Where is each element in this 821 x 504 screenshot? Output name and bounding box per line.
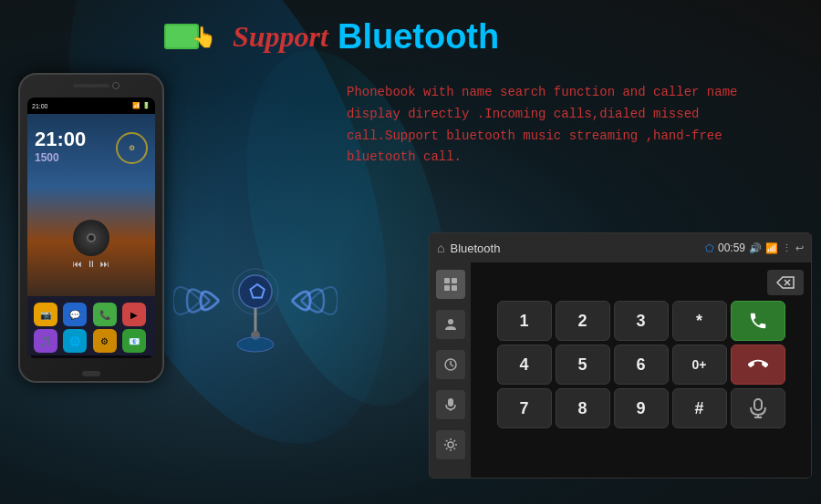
- svg-rect-9: [444, 278, 450, 283]
- keypad-top-row: [478, 270, 804, 295]
- key-1[interactable]: 1: [497, 301, 552, 341]
- unit-bluetooth-title: Bluetooth: [450, 242, 700, 255]
- phone-speaker: [73, 84, 109, 87]
- signal-icon: 📶: [765, 242, 778, 254]
- unit-time: 00:59: [718, 242, 745, 254]
- speaker-icon: 🔊: [749, 242, 762, 254]
- svg-rect-12: [452, 285, 457, 291]
- sidebar-apps-icon[interactable]: [436, 270, 465, 299]
- sidebar-settings-icon[interactable]: [436, 430, 465, 459]
- app-icon-8[interactable]: 📧: [122, 329, 146, 353]
- unit-top-bar: ⌂ Bluetooth ⬠ 00:59 🔊 📶 ⋮ ↩: [430, 233, 811, 262]
- bluetooth-signal-area: ⬠: [173, 228, 338, 377]
- phone-time: 21:00 1500: [35, 128, 86, 164]
- sidebar-clock-icon[interactable]: [436, 350, 465, 379]
- backspace-button[interactable]: [767, 270, 804, 295]
- key-2[interactable]: 2: [556, 301, 610, 341]
- app-icon-3[interactable]: 📞: [93, 303, 117, 326]
- key-star[interactable]: *: [672, 301, 727, 341]
- android-head-unit: ⌂ Bluetooth ⬠ 00:59 🔊 📶 ⋮ ↩: [429, 232, 812, 478]
- key-call[interactable]: [731, 301, 785, 341]
- svg-rect-10: [452, 278, 457, 283]
- svg-point-19: [448, 442, 453, 447]
- keypad-row-2: 4 5 6 0+: [478, 345, 804, 385]
- description-text: Phonebook with name search function and …: [347, 82, 794, 169]
- app-icon-6[interactable]: 🌐: [63, 329, 87, 353]
- svg-point-13: [448, 319, 453, 324]
- key-7[interactable]: 7: [497, 388, 552, 428]
- key-hash[interactable]: #: [672, 388, 727, 428]
- app-icon-4[interactable]: ▶: [122, 303, 146, 326]
- key-9[interactable]: 9: [614, 388, 669, 428]
- svg-text:⬠: ⬠: [249, 282, 265, 302]
- phone-music-area: ⏮ ⏸ ⏭: [73, 220, 109, 269]
- menu-icon[interactable]: ⋮: [782, 242, 792, 254]
- phone-apps-area: 📷 💬 📞 ▶ 🎵 🌐 ⚙ 📧 ◁ ○ □: [27, 296, 155, 358]
- key-5[interactable]: 5: [556, 345, 610, 385]
- sidebar-contact-icon[interactable]: [436, 310, 465, 339]
- svg-rect-22: [754, 399, 762, 410]
- app-icon-1[interactable]: 📷: [34, 303, 57, 326]
- bt-icon: ⬠: [705, 242, 714, 254]
- phone-screen: 21:00 📶 🔋 21:00 1500 ⚙ ⏮: [27, 98, 155, 358]
- keypad-row-1: 1 2 3 *: [478, 301, 804, 341]
- svg-text:👆: 👆: [192, 25, 217, 49]
- key-0plus[interactable]: 0+: [672, 345, 727, 385]
- back-icon[interactable]: ↩: [795, 242, 804, 254]
- app-icon-2[interactable]: 💬: [63, 303, 87, 326]
- svg-rect-17: [448, 398, 453, 406]
- svg-rect-11: [444, 285, 450, 291]
- unit-home-icon[interactable]: ⌂: [437, 241, 444, 255]
- key-8[interactable]: 8: [556, 388, 610, 428]
- key-4[interactable]: 4: [497, 345, 552, 385]
- unit-body: 1 2 3 * 4 5 6 0+: [430, 262, 811, 478]
- app-icon-7[interactable]: ⚙: [93, 329, 117, 353]
- unit-status-icons: ⬠ 00:59 🔊 📶 ⋮ ↩: [705, 242, 804, 254]
- svg-line-16: [451, 365, 453, 366]
- header-section: 👆 Support Bluetooth: [164, 16, 499, 57]
- key-6[interactable]: 6: [614, 345, 669, 385]
- phone-status-bar: 21:00 📶 🔋: [27, 98, 155, 114]
- key-3[interactable]: 3: [614, 301, 669, 341]
- unit-sidebar: [430, 262, 471, 478]
- phone-body: 21:00 📶 🔋 21:00 1500 ⚙ ⏮: [18, 73, 164, 383]
- key-end[interactable]: [731, 345, 785, 385]
- keypad-row-3: 7 8 9 #: [478, 388, 804, 428]
- app-icon-5[interactable]: 🎵: [34, 329, 57, 353]
- unit-keypad-area: 1 2 3 * 4 5 6 0+: [471, 262, 811, 478]
- phone-nav-bar: ◁ ○ □: [31, 355, 151, 358]
- bluetooth-label: Bluetooth: [338, 17, 499, 57]
- sidebar-mic-icon[interactable]: [436, 390, 465, 419]
- phone-wallpaper: 21:00 1500 ⚙ ⏮ ⏸ ⏭: [27, 114, 155, 296]
- phone-widget: ⚙: [116, 132, 148, 164]
- key-mic[interactable]: [731, 388, 785, 428]
- svg-point-8: [237, 337, 274, 352]
- phone-camera: [112, 82, 120, 89]
- phone-mockup: 21:00 📶 🔋 21:00 1500 ⚙ ⏮: [18, 73, 182, 419]
- phone-home-button[interactable]: [82, 371, 100, 376]
- hand-finger-icon: 👆: [164, 16, 223, 57]
- support-label: Support: [233, 20, 328, 54]
